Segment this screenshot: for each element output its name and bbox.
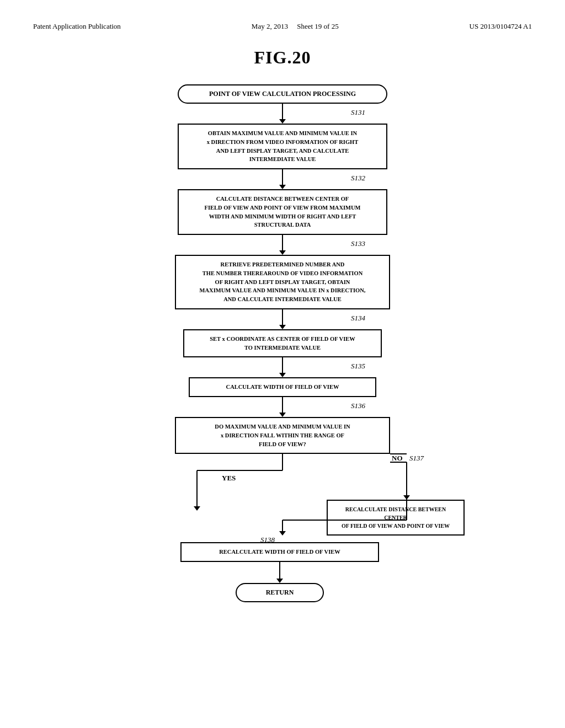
step-label-s136: S136 bbox=[351, 402, 365, 410]
merge-svg: S138 bbox=[89, 531, 476, 564]
page: Patent Application Publication May 2, 20… bbox=[0, 0, 565, 728]
start-node: POINT OF VIEW CALCULATION PROCESSING bbox=[178, 84, 387, 104]
step-label-s134: S134 bbox=[351, 314, 365, 323]
step-s132: CALCULATE DISTANCE BETWEEN CENTER OF FIE… bbox=[178, 189, 387, 235]
svg-marker-16 bbox=[279, 531, 286, 536]
step-s136-diamond: DO MAXIMUM VALUE AND MINIMUM VALUE IN x … bbox=[175, 417, 390, 454]
figure-title: FIG.20 bbox=[33, 47, 532, 68]
step-s137: RECALCULATE DISTANCE BETWEEN CENTER OF F… bbox=[327, 500, 465, 536]
header-sheet: Sheet 19 of 25 bbox=[297, 22, 338, 30]
step-s135: CALCULATE WIDTH OF FIELD OF VIEW bbox=[189, 377, 376, 397]
header-date-sheet: May 2, 2013 Sheet 19 of 25 bbox=[252, 22, 339, 31]
svg-marker-3 bbox=[194, 506, 200, 511]
step-label-s133: S133 bbox=[351, 239, 365, 248]
svg-text:YES: YES bbox=[222, 474, 236, 482]
step-label-s132: S132 bbox=[351, 174, 365, 183]
header-patent-number: US 2013/0104724 A1 bbox=[470, 22, 532, 31]
flowchart: POINT OF VIEW CALCULATION PROCESSING S13… bbox=[33, 84, 532, 602]
end-node: RETURN bbox=[236, 583, 324, 602]
step-label-s131: S131 bbox=[351, 108, 365, 117]
step-label-s135: S135 bbox=[351, 362, 365, 371]
step-s131: OBTAIN MAXIMUM VALUE AND MINIMUM VALUE I… bbox=[178, 124, 387, 169]
header-publication: Patent Application Publication bbox=[33, 22, 121, 31]
page-header: Patent Application Publication May 2, 20… bbox=[33, 22, 532, 31]
svg-text:NO: NO bbox=[392, 454, 403, 462]
step-s137-container: RECALCULATE DISTANCE BETWEEN CENTER OF F… bbox=[327, 500, 470, 536]
svg-text:S137: S137 bbox=[409, 454, 424, 462]
svg-text:S138: S138 bbox=[260, 536, 275, 544]
header-date: May 2, 2013 bbox=[252, 22, 288, 30]
step-s133: RETRIEVE PREDETERMINED NUMBER AND THE NU… bbox=[175, 255, 390, 309]
step-s134: SET x COORDINATE AS CENTER OF FIELD OF V… bbox=[183, 329, 382, 358]
